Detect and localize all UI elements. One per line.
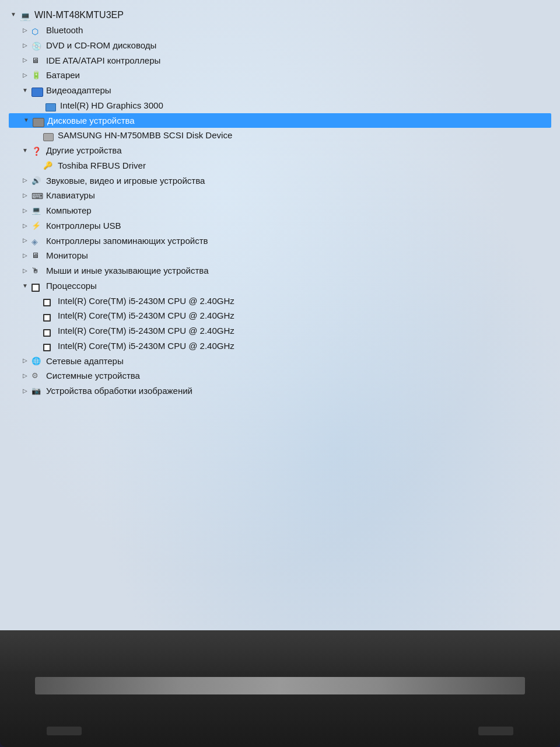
usb-expander[interactable]: ▷	[20, 221, 30, 231]
keyboard-item[interactable]: ▷ ⌨ Клавиатуры	[9, 188, 551, 203]
battery-expander[interactable]: ▷	[20, 71, 30, 80]
video-item[interactable]: ▼ Видеоадаптеры	[9, 83, 551, 98]
battery-icon: 🔋	[32, 70, 43, 81]
disk-drives-icon	[33, 116, 44, 126]
cpu3-label: Intel(R) Core(TM) i5-2430M CPU @ 2.40GHz	[58, 324, 235, 337]
rfbus-item[interactable]: 🔑 Toshiba RFBUS Driver	[9, 158, 551, 173]
rfbus-label: Toshiba RFBUS Driver	[58, 159, 146, 172]
other-icon: ❓	[32, 145, 43, 156]
device-manager-tree: ▼ 💻 WIN-MT48KMTU3EP ▷ Bluetooth ▷ 💿 DVD …	[0, 0, 560, 642]
computer-icon: 💻	[20, 10, 32, 20]
keyboard-icon: ⌨	[32, 190, 43, 201]
cpu2-item[interactable]: Intel(R) Core(TM) i5-2430M CPU @ 2.40GHz	[9, 308, 551, 323]
video-label: Видеоадаптеры	[46, 84, 111, 97]
mice-icon: 🖱	[32, 266, 43, 276]
ide-label: IDE ATA/ATAPI контроллеры	[46, 54, 160, 67]
cpu2-expander	[32, 311, 41, 320]
network-item[interactable]: ▷ 🌐 Сетевые адаптеры	[9, 354, 551, 369]
dvd-icon: 💿	[32, 40, 43, 51]
bluetooth-expander[interactable]: ▷	[20, 26, 30, 35]
sound-item[interactable]: ▷ 🔊 Звуковые, видео и игровые устройства	[9, 173, 551, 189]
ide-icon: 🖥	[32, 55, 43, 66]
tree-root[interactable]: ▼ 💻 WIN-MT48KMTU3EP	[9, 7, 551, 23]
battery-item[interactable]: ▷ 🔋 Батареи	[9, 68, 551, 83]
cpu1-icon	[43, 296, 55, 306]
cpu4-icon	[43, 341, 55, 351]
usb-icon: ⚡	[32, 221, 43, 231]
computer-node-icon: 💻	[32, 205, 43, 216]
processors-icon	[32, 281, 43, 291]
system-item[interactable]: ▷ ⚙ Системные устройства	[9, 368, 551, 383]
keyboard-expander[interactable]: ▷	[20, 191, 30, 200]
root-label: WIN-MT48KMTU3EP	[34, 8, 124, 22]
samsung-disk-expander	[32, 131, 41, 140]
samsung-disk-label: SAMSUNG HN-M750MBB SCSI Disk Device	[58, 129, 232, 142]
bluetooth-label: Bluetooth	[46, 24, 83, 37]
root-expander[interactable]: ▼	[9, 11, 18, 20]
system-label: Системные устройства	[46, 369, 140, 382]
disk-drives-expander[interactable]: ▼	[22, 116, 31, 125]
processors-item[interactable]: ▼ Процессоры	[9, 278, 551, 294]
other-expander[interactable]: ▼	[20, 146, 30, 155]
network-label: Сетевые адаптеры	[46, 355, 124, 368]
storage-item[interactable]: ▷ ◈ Контроллеры запоминающих устройств	[9, 233, 551, 249]
rfbus-expander	[32, 161, 41, 170]
intel-graphics-label: Intel(R) HD Graphics 3000	[60, 99, 163, 112]
mice-item[interactable]: ▷ 🖱 Мыши и иные указывающие устройства	[9, 263, 551, 278]
computer-expander[interactable]: ▷	[20, 206, 30, 215]
laptop-shine	[0, 630, 560, 671]
usb-item[interactable]: ▷ ⚡ Контроллеры USB	[9, 218, 551, 233]
ide-item[interactable]: ▷ 🖥 IDE ATA/ATAPI контроллеры	[9, 53, 551, 68]
computer-label: Компьютер	[46, 204, 92, 217]
cpu1-label: Intel(R) Core(TM) i5-2430M CPU @ 2.40GHz	[58, 295, 235, 308]
system-expander[interactable]: ▷	[20, 371, 30, 381]
sound-expander[interactable]: ▷	[20, 176, 30, 186]
cpu1-expander	[32, 296, 41, 306]
storage-label: Контроллеры запоминающих устройств	[46, 235, 208, 247]
disk-drives-label: Дисковые устройства	[47, 114, 135, 127]
sound-icon: 🔊	[32, 176, 43, 186]
cpu2-icon	[43, 310, 55, 321]
intel-graphics-expander	[34, 101, 44, 110]
cpu2-label: Intel(R) Core(TM) i5-2430M CPU @ 2.40GHz	[58, 309, 235, 322]
video-icon	[32, 85, 43, 96]
system-icon: ⚙	[32, 371, 43, 381]
rfbus-icon: 🔑	[43, 160, 55, 171]
ide-expander[interactable]: ▷	[20, 56, 30, 65]
processors-expander[interactable]: ▼	[20, 281, 30, 291]
dvd-expander[interactable]: ▷	[20, 41, 30, 50]
monitors-icon: 🖥	[32, 250, 43, 261]
processors-label: Процессоры	[46, 280, 97, 292]
monitors-expander[interactable]: ▷	[20, 251, 30, 260]
imaging-icon: 📷	[32, 386, 43, 396]
samsung-disk-item[interactable]: SAMSUNG HN-M750MBB SCSI Disk Device	[9, 128, 551, 143]
imaging-label: Устройства обработки изображений	[46, 385, 192, 397]
cpu3-item[interactable]: Intel(R) Core(TM) i5-2430M CPU @ 2.40GHz	[9, 323, 551, 338]
usb-label: Контроллеры USB	[46, 219, 121, 232]
samsung-disk-icon	[43, 130, 55, 141]
other-item[interactable]: ▼ ❓ Другие устройства	[9, 143, 551, 158]
cpu4-item[interactable]: Intel(R) Core(TM) i5-2430M CPU @ 2.40GHz	[9, 338, 551, 354]
imaging-item[interactable]: ▷ 📷 Устройства обработки изображений	[9, 383, 551, 399]
monitors-item[interactable]: ▷ 🖥 Мониторы	[9, 248, 551, 263]
network-expander[interactable]: ▷	[20, 357, 30, 366]
storage-expander[interactable]: ▷	[20, 236, 30, 246]
intel-graphics-item[interactable]: Intel(R) HD Graphics 3000	[9, 98, 551, 113]
mice-label: Мыши и иные указывающие устройства	[46, 264, 208, 277]
disk-drives-item[interactable]: ▼ Дисковые устройства	[9, 113, 551, 128]
computer-item[interactable]: ▷ 💻 Компьютер	[9, 203, 551, 218]
imaging-expander[interactable]: ▷	[20, 386, 30, 396]
bluetooth-icon	[32, 25, 43, 36]
taskbar-strip	[35, 677, 525, 694]
mice-expander[interactable]: ▷	[20, 266, 30, 275]
keyboard-label: Клавиатуры	[46, 189, 95, 202]
video-expander[interactable]: ▼	[20, 86, 30, 95]
cpu3-icon	[43, 326, 55, 336]
storage-icon: ◈	[32, 236, 43, 246]
cpu1-item[interactable]: Intel(R) Core(TM) i5-2430M CPU @ 2.40GHz	[9, 294, 551, 309]
dvd-item[interactable]: ▷ 💿 DVD и CD-ROM дисководы	[9, 38, 551, 53]
sound-label: Звуковые, видео и игровые устройства	[46, 174, 205, 187]
bluetooth-item[interactable]: ▷ Bluetooth	[9, 23, 551, 38]
monitors-label: Мониторы	[46, 249, 88, 262]
cpu4-label: Intel(R) Core(TM) i5-2430M CPU @ 2.40GHz	[58, 340, 235, 352]
